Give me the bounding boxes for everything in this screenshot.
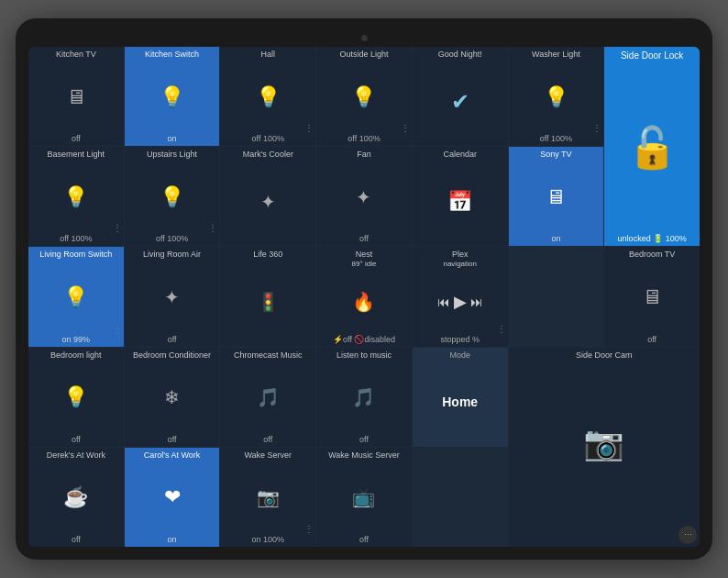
heart-icon: ❤	[164, 461, 181, 535]
mode-icon: Home	[442, 360, 478, 443]
tile-nest[interactable]: Nest89° idle 🔥 ⚡off 🚫disabled	[316, 247, 412, 346]
tile-side-door-cam[interactable]: Side Door Cam 📷 ⋯	[509, 348, 700, 547]
music-server-icon: 📺	[352, 461, 375, 535]
tile-bedroom-light[interactable]: Bedroom light 💡 off	[28, 348, 124, 447]
sony-tv-icon: 🖥	[546, 160, 566, 234]
tile-kitchen-tv[interactable]: Kitchen TV 🖥 off	[28, 47, 124, 146]
tile-carols-at-work[interactable]: Carol's At Work ❤ on	[125, 448, 220, 547]
camera-icon: 📷	[583, 360, 624, 526]
life360-icon: 🚦	[257, 260, 280, 343]
tile-washer-light[interactable]: Washer Light 💡 off 100% ⋮	[509, 47, 604, 146]
tile-marks-cooler[interactable]: Mark's Cooler ✦	[220, 147, 315, 246]
tile-calendar[interactable]: Calendar 📅	[413, 147, 508, 246]
basement-light-icon: 💡	[63, 160, 88, 234]
screen: Kitchen TV 🖥 off Kitchen Switch 💡 on Hal…	[28, 47, 700, 547]
tile-plex-right	[509, 247, 604, 346]
tile-wake-music-server[interactable]: Wake Music Server 📺 off	[316, 448, 412, 547]
tile-life360[interactable]: Life 360 🚦	[220, 247, 315, 346]
tablet-frame: Kitchen TV 🖥 off Kitchen Switch 💡 on Hal…	[16, 18, 712, 560]
tile-listen-music[interactable]: Listen to music 🎵 off	[316, 348, 412, 447]
chromecast-icon: 🎵	[257, 360, 280, 434]
nest-icon: 🔥	[352, 269, 375, 334]
washer-light-icon: 💡	[544, 60, 568, 134]
plex-play-icon[interactable]: ▶	[454, 292, 467, 312]
tile-wake-server[interactable]: Wake Server 📷 on 100% ⋮	[220, 448, 315, 547]
tile-basement-light[interactable]: Basement Light 💡 off 100% ⋮	[28, 147, 124, 246]
living-switch-icon: 💡	[63, 260, 88, 334]
hall-light-icon: 💡	[256, 60, 281, 134]
plex-next-icon[interactable]: ⏭	[470, 295, 483, 309]
tile-sony-tv[interactable]: Sony TV 🖥 on	[509, 147, 604, 246]
coffee-icon: ☕	[63, 461, 88, 535]
tile-good-night[interactable]: Good Night! ✔	[413, 47, 508, 146]
tile-upstairs-light[interactable]: Upstairs Light 💡 off 100% ⋮	[125, 147, 220, 246]
calendar-icon: 📅	[447, 160, 472, 243]
tile-dereks-at-work[interactable]: Derek's At Work ☕ off	[28, 448, 124, 547]
tile-kitchen-switch[interactable]: Kitchen Switch 💡 on	[125, 47, 220, 146]
tile-side-door-lock[interactable]: Side Door Lock 🔓 unlocked 🔋 100%	[604, 47, 700, 246]
tile-living-room-switch[interactable]: Living Room Switch 💡 on 99% ⋮	[28, 247, 124, 346]
tile-fan[interactable]: Fan ✦ off	[316, 147, 412, 246]
tile-outside-light[interactable]: Outside Light 💡 off 100% ⋮	[316, 47, 412, 146]
bedroom-light-icon: 💡	[63, 360, 88, 434]
air-icon: ✦	[164, 260, 180, 334]
plex-controls-icon: ⏮ ▶ ⏭	[437, 269, 483, 334]
bedroom-tv-icon: 🖥	[642, 260, 662, 334]
lightbulb-icon: 💡	[160, 60, 184, 134]
tile-plex[interactable]: Plexnavigation ⏮ ▶ ⏭ stopped % ⋮	[413, 247, 508, 346]
tile-bedroom-conditioner[interactable]: Bedroom Conditioner ❄ off	[125, 348, 220, 447]
tile-living-room-air[interactable]: Living Room Air ✦ off	[125, 247, 220, 346]
conditioner-icon: ❄	[164, 360, 180, 434]
upstairs-light-icon: 💡	[160, 160, 184, 234]
tile-mode[interactable]: Mode Home	[413, 348, 508, 447]
server-camera-icon: 📷	[257, 461, 280, 535]
tile-hall[interactable]: Hall 💡 off 100% ⋮	[220, 47, 315, 146]
tile-chromecast-music[interactable]: Chromecast Music 🎵 off	[220, 348, 315, 447]
check-icon: ✔	[451, 60, 469, 143]
tile-bedroom-tv[interactable]: Bedroom TV 🖥 off	[604, 247, 700, 346]
listen-music-icon: 🎵	[352, 360, 375, 434]
lock-icon: 🔓	[627, 61, 678, 234]
tv-icon: 🖥	[66, 60, 86, 134]
plex-prev-icon[interactable]: ⏮	[437, 295, 450, 309]
camera-dot	[361, 35, 368, 41]
cooler-icon: ✦	[260, 160, 276, 243]
outside-light-icon: 💡	[351, 60, 376, 134]
fan-icon: ✦	[356, 160, 371, 234]
